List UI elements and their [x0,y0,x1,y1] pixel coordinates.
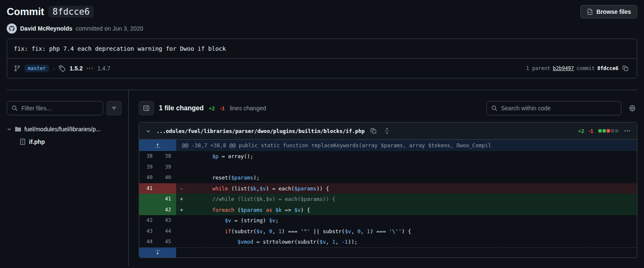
diff-marker: + [176,194,187,205]
collapse-sidebar-button[interactable] [139,101,154,115]
diff-lines: 3838 $p = array();39394040 reset($params… [139,151,637,247]
copy-icon [622,65,629,72]
copy-path-button[interactable] [369,126,378,135]
git-branch-icon [14,65,21,72]
expand-down-button[interactable] [139,247,176,258]
diff-line[interactable]: 4243 $v = (string) $v; [139,215,637,226]
old-line-number [139,205,158,216]
search-code-input[interactable] [501,105,617,112]
tree-file-row[interactable]: if.php [7,135,122,148]
file-additions-count: +2 [578,128,584,134]
file-tree-sidebar: fuel/modules/fuel/libraries/p... if.php [0,90,129,266]
line-number-gutter: 3939 [139,162,176,173]
file-deletions-count: -1 [588,128,593,134]
branch-chip[interactable]: master [24,65,49,72]
code-text: foreach ($params as $k => $v) { [187,205,637,216]
diff-marker [176,151,187,162]
diff-marker [176,237,187,247]
search-icon [11,105,18,112]
line-number-gutter: 41 [139,194,176,205]
diff-marker: + [176,205,187,216]
new-line-number: 44 [158,226,176,237]
search-code-input-wrap [486,101,621,115]
tree-folder-row[interactable]: fuel/modules/fuel/libraries/p... [7,123,122,135]
diffstat-square-add [598,129,602,133]
diff-line[interactable]: 3838 $p = array(); [139,151,637,162]
sidebar-collapse-icon [143,105,150,112]
line-number-gutter: 4243 [139,215,176,226]
diff-settings-button[interactable] [627,103,637,113]
additions-count: +2 [209,105,215,112]
commit-hash-chip: 8fdcce6 [48,6,94,18]
browse-files-button[interactable]: Browse files [580,5,637,18]
diffstat-square-del [607,129,610,133]
code-text: $v = (string) $v; [187,215,637,226]
file-options-button[interactable] [623,126,632,135]
diff-line[interactable]: 4344 if(substr($v, 0, 1) === '"' || subs… [139,226,637,237]
diff-line[interactable]: 4445 $vmod = strtolower(substr($v, 1, -1… [139,237,637,247]
diff-line[interactable]: 42+ foreach ($params as $k => $v) { [139,205,637,216]
tag-icon [59,65,66,72]
diff-line[interactable]: 4040 reset($params); [139,172,637,183]
old-line-number: 42 [139,215,158,226]
parent-label: 1 parent [526,65,551,71]
diff-line[interactable]: 41- while (list($k,$v) = each($params)) … [139,183,637,194]
separator-dot: · [53,65,55,72]
file-diff-icon [19,138,26,145]
file-tree: fuel/modules/fuel/libraries/p... if.php [7,123,122,148]
filter-lines-icon [111,105,117,112]
code-text: $p = array(); [187,151,637,162]
line-number-gutter: 4040 [139,172,176,183]
code-text: while (list($k,$v) = each($params)) { [187,183,637,194]
diff-file-path[interactable]: ...odules/fuel/libraries/parser/dwoo/plu… [156,128,365,134]
new-line-number: 43 [158,215,176,226]
diff-line[interactable]: 3939 [139,162,637,173]
code-text: if(substr($v, 0, 1) === '"' || substr($v… [187,226,637,237]
copy-icon [370,127,377,134]
gear-icon [628,104,636,112]
commit-header: Commit 8fdcce6 Browse files David McReyn… [0,0,644,90]
expand-all-button[interactable] [382,126,392,135]
code-text: $vmod = strtolower(substr($v, 1, -1)); [187,237,637,247]
search-icon [491,105,498,112]
code-text: //while (list($k,$v) = each($params)) { [187,194,637,205]
diff-line[interactable]: 41+ //while (list($k,$v) = each($params)… [139,194,637,205]
old-line-number: 38 [139,151,158,162]
line-number-gutter: 3838 [139,151,176,162]
collapse-file-button[interactable] [144,127,152,135]
line-number-gutter: 4344 [139,226,176,237]
commit-date: committed on Jun 3, 2020 [75,25,143,32]
folder-icon [15,126,21,133]
code-text [187,162,637,173]
new-line-number: 45 [158,237,176,247]
line-number-gutter: 4445 [139,237,176,247]
old-line-number: 44 [139,237,158,247]
diff-main: 1 file changed +2 -1 lines changed [129,90,644,266]
expand-up-icon [154,142,161,149]
copy-commit-sha-button[interactable] [621,64,630,73]
chevron-down-icon [145,128,151,134]
unfold-icon [384,127,390,134]
line-number-gutter: 41 [139,183,176,194]
parent-commit-link[interactable]: b2b9497 [553,65,574,71]
page-title: Commit [7,6,44,18]
kebab-horizontal-icon [624,127,631,134]
tag-secondary[interactable]: 1.4.7 [97,65,110,72]
tree-file-label: if.php [29,138,45,145]
old-line-number: 39 [139,162,158,173]
filter-files-input[interactable] [21,105,99,112]
diff-marker [176,172,187,183]
tag-primary[interactable]: 1.5.2 [70,65,83,72]
file-filter-button[interactable] [106,101,122,115]
old-line-number: 43 [139,226,158,237]
old-line-number: 41 [139,183,158,194]
expand-up-button[interactable] [139,140,176,151]
tags-expand-button[interactable]: ··· [86,65,93,72]
author-name[interactable]: David McReynolds [20,25,72,32]
diff-marker [176,215,187,226]
old-line-number [139,194,158,205]
diffstat-square-neutral [615,129,618,133]
new-line-number: 38 [158,151,176,162]
avatar[interactable] [7,23,17,34]
commit-sha: 8fdcce6 [597,65,618,71]
